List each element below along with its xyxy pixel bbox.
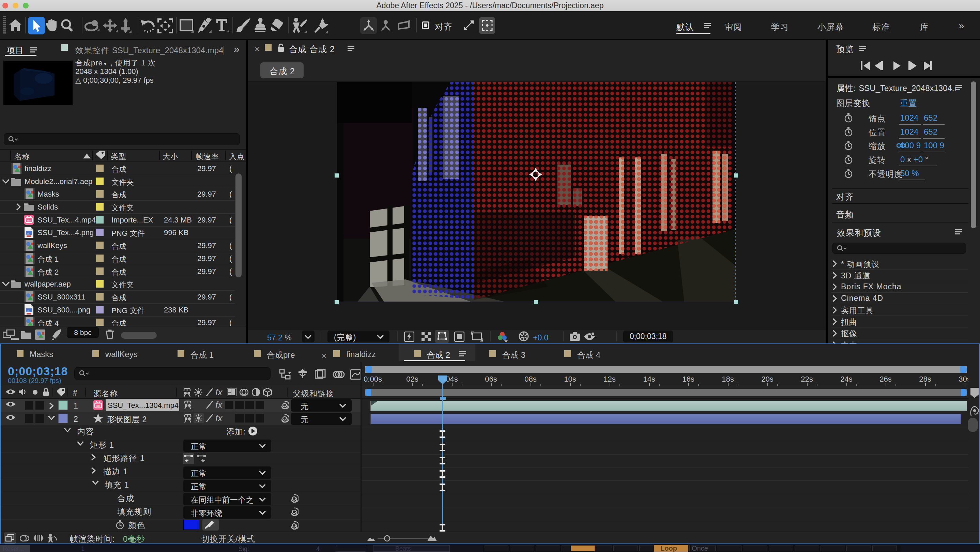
svg-text:bili: bili	[27, 219, 31, 222]
svg-text:bili: bili	[96, 404, 100, 407]
